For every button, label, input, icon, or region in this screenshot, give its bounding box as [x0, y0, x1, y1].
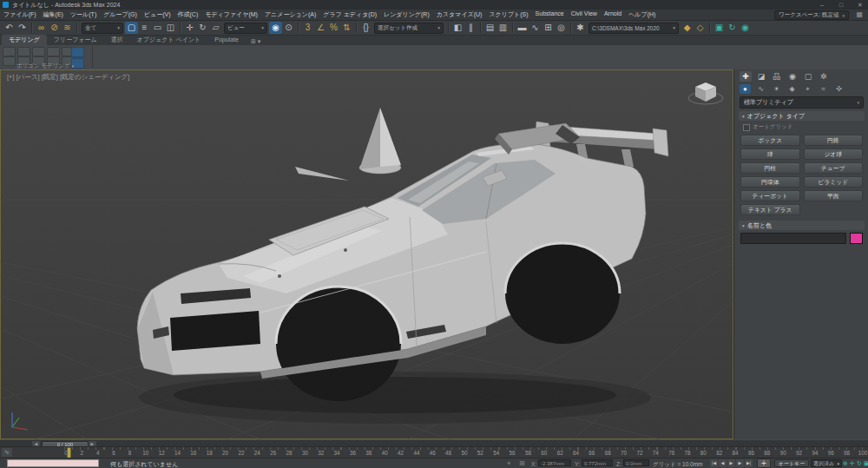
- display-tab[interactable]: ▢: [802, 71, 814, 82]
- menu-item[interactable]: グラフ エディタ(D): [319, 10, 380, 19]
- render-iterative-icon[interactable]: ◇: [694, 22, 707, 34]
- object-name-input[interactable]: [740, 233, 846, 244]
- go-to-start-button[interactable]: |◀: [710, 459, 718, 467]
- schematic-view-icon[interactable]: ⊞: [542, 22, 555, 34]
- menu-item[interactable]: Substance: [532, 10, 568, 19]
- primitive-button[interactable]: ジオ球: [804, 148, 864, 160]
- select-and-link-icon[interactable]: ∞: [35, 22, 48, 34]
- select-and-rotate-icon[interactable]: ↻: [196, 22, 209, 34]
- maxscript-mini-listener[interactable]: [7, 459, 99, 467]
- primitive-button[interactable]: チューブ: [804, 162, 864, 174]
- close-button[interactable]: ✕: [856, 2, 865, 9]
- name-color-rollout-header[interactable]: ▾ 名前と色: [739, 221, 865, 230]
- material-editor-icon[interactable]: ◎: [555, 22, 568, 34]
- modify-tab[interactable]: ◪: [755, 71, 767, 82]
- primitive-button[interactable]: 平面: [804, 190, 864, 201]
- go-to-end-button[interactable]: ▶|: [745, 459, 753, 467]
- car-model[interactable]: [137, 108, 668, 424]
- toggle-scene-explorer-icon[interactable]: ▤: [483, 22, 496, 34]
- space-warps-category-icon[interactable]: ≈: [818, 84, 829, 94]
- primitive-button[interactable]: ボックス: [740, 135, 800, 146]
- x-coord-field[interactable]: -2.387mm: [538, 459, 571, 466]
- ribbon-toggle-button-top[interactable]: [71, 47, 84, 57]
- menu-item[interactable]: 編集(E): [40, 10, 67, 19]
- window-crossing-icon[interactable]: ◫: [164, 22, 177, 34]
- perspective-viewport[interactable]: [+] [パース] [既定] [既定のシェーディング]: [0, 69, 733, 439]
- menu-item[interactable]: ツール(T): [67, 10, 100, 19]
- next-frame-button[interactable]: ▶: [736, 459, 744, 467]
- rectangular-selection-region-icon[interactable]: ▭: [151, 22, 164, 34]
- menu-item[interactable]: Arnold: [601, 10, 625, 19]
- primitive-button[interactable]: ピラミッド: [804, 176, 864, 188]
- auto-key-button[interactable]: オートキー: [774, 459, 809, 467]
- minimize-button[interactable]: –: [818, 2, 826, 8]
- snap-toggle-3d-icon[interactable]: 3: [301, 22, 314, 34]
- primitive-button[interactable]: ティーポット: [740, 190, 800, 201]
- key-filter-dropdown[interactable]: 選択済み ▾: [811, 459, 842, 467]
- angle-snap-icon[interactable]: ∠: [314, 22, 327, 34]
- render-setup-icon[interactable]: ✱: [574, 22, 587, 34]
- menu-item[interactable]: 作成(C): [174, 10, 202, 19]
- cameras-category-icon[interactable]: ◈: [786, 84, 798, 94]
- mirror-icon[interactable]: ◧: [451, 22, 464, 34]
- select-and-manipulate-icon[interactable]: ⊙: [282, 22, 295, 34]
- render-shortcuts-icon[interactable]: ◉: [739, 22, 752, 34]
- redo-icon[interactable]: ↷: [16, 22, 29, 34]
- activeshade-icon[interactable]: ▣: [713, 22, 726, 34]
- select-object-icon[interactable]: ▢: [125, 22, 138, 34]
- menu-item[interactable]: カスタマイズ(U): [433, 10, 486, 19]
- track-bar[interactable]: ∿ 02468101214161820222426283032343638404…: [0, 446, 868, 458]
- previous-frame-button[interactable]: ◀: [719, 459, 727, 467]
- create-tab[interactable]: ✚: [740, 71, 752, 82]
- percent-snap-icon[interactable]: %: [327, 22, 340, 34]
- render-preset-dropdown[interactable]: C:\3DSMAX\3ds Max 2020▾: [589, 23, 679, 34]
- primitive-button[interactable]: 球: [740, 148, 800, 160]
- select-by-name-icon[interactable]: ≡: [138, 22, 151, 34]
- ribbon-disabled-button[interactable]: [17, 47, 30, 56]
- menu-item[interactable]: グループ(G): [100, 10, 141, 19]
- selection-filter-dropdown[interactable]: 全て▾: [82, 23, 123, 34]
- set-key-button[interactable]: +: [757, 458, 771, 468]
- primitive-category-dropdown[interactable]: 標準プリミティブ ▾: [740, 96, 864, 109]
- align-icon[interactable]: ∥: [464, 22, 477, 34]
- ribbon-disabled-button[interactable]: [3, 47, 16, 56]
- menu-item[interactable]: アニメーション(A): [261, 10, 319, 19]
- shapes-category-icon[interactable]: ∿: [755, 84, 766, 94]
- primitive-button[interactable]: 円環体: [740, 176, 800, 188]
- primitive-button[interactable]: テキスト プラス: [740, 204, 800, 215]
- ribbon-tab-選択[interactable]: 選択: [104, 35, 130, 45]
- y-coord-field[interactable]: 0.772mm: [582, 459, 613, 466]
- curve-editor-icon[interactable]: ∿: [529, 22, 542, 34]
- ribbon-tab-フリーフォーム[interactable]: フリーフォーム: [47, 35, 104, 45]
- helpers-category-icon[interactable]: ⌖: [802, 84, 813, 94]
- systems-category-icon[interactable]: ✣: [833, 84, 845, 94]
- toggle-ribbon-icon[interactable]: ▬: [516, 22, 529, 34]
- menu-item[interactable]: ヘルプ(H): [625, 10, 659, 19]
- primitive-button[interactable]: 円錐: [804, 135, 864, 146]
- use-pivot-point-center-icon[interactable]: ◉: [269, 22, 282, 34]
- toggle-layer-explorer-icon[interactable]: ▥: [496, 22, 510, 34]
- motion-tab[interactable]: ◉: [786, 71, 799, 82]
- menu-item[interactable]: ビュー(V): [141, 10, 174, 19]
- maximize-viewport-icon[interactable]: ▣: [863, 459, 868, 467]
- bind-to-space-warp-icon[interactable]: ≋: [61, 22, 74, 34]
- mini-curve-editor-button[interactable]: ∿: [2, 448, 12, 457]
- ribbon-tab-オブジェクト ペイント[interactable]: オブジェクト ペイント: [130, 35, 208, 45]
- ribbon-disabled-button[interactable]: [47, 47, 60, 56]
- primitive-button[interactable]: 円柱: [740, 162, 800, 174]
- menu-item[interactable]: モディファイヤ(M): [201, 10, 261, 19]
- edit-named-selection-sets-icon[interactable]: {}: [359, 22, 372, 34]
- unlink-selection-icon[interactable]: ⊘: [48, 22, 61, 34]
- render-production-icon[interactable]: ◆: [681, 22, 694, 34]
- menu-item[interactable]: スクリプト(S): [485, 10, 531, 19]
- ribbon-config-icon[interactable]: ⊞ ▾: [246, 38, 266, 45]
- ribbon-tab-モデリング[interactable]: モデリング: [2, 35, 47, 45]
- object-color-swatch[interactable]: [850, 233, 863, 244]
- geometry-category-icon[interactable]: ●: [740, 84, 751, 94]
- spinner-snap-icon[interactable]: ⇅: [340, 22, 353, 34]
- undo-icon[interactable]: ↶: [3, 22, 16, 34]
- lights-category-icon[interactable]: ☀: [771, 84, 782, 94]
- z-coord-field[interactable]: 0.0mm: [623, 459, 649, 466]
- absolute-mode-icon[interactable]: ⊞: [519, 459, 525, 467]
- workspace-dropdown[interactable]: ワークスペース: 既定値 ▾: [774, 10, 849, 20]
